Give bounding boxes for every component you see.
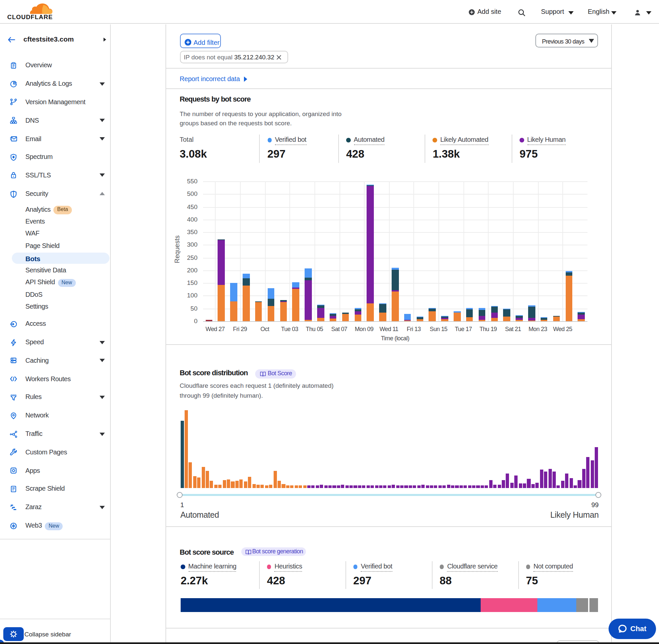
svg-text:CLOUDFLARE: CLOUDFLARE xyxy=(7,14,52,20)
